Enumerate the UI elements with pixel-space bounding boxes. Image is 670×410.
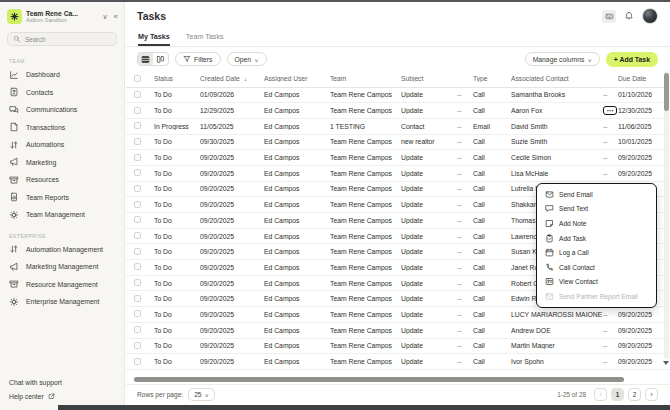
next-page-button[interactable]: › [645,388,658,401]
sidebar-collapse-icon[interactable]: « [114,12,118,21]
user-avatar[interactable] [642,8,658,24]
search-input[interactable] [25,36,105,43]
row-checkbox[interactable] [134,185,154,193]
row-checkbox[interactable] [134,91,154,99]
col-team[interactable]: Team [330,75,401,82]
row-checkbox[interactable] [134,326,154,334]
row-checkbox[interactable] [134,248,154,256]
row-checkbox[interactable] [134,122,154,130]
table-row[interactable]: To Do 09/20/2025 Ed Campos Team Rene Cam… [126,339,670,355]
menu-item-send-email[interactable]: Send Email [537,187,656,202]
sidebar-item-resources[interactable]: Resources [0,171,124,189]
scrollbar-thumb[interactable] [134,377,624,382]
table-row[interactable]: To Do 09/20/2025 Ed Campos Team Rene Cam… [126,150,670,166]
tab-team-tasks[interactable]: Team Tasks [186,30,224,46]
apps-icon [605,12,614,21]
sidebar-item-marketing[interactable]: Marketing [0,154,124,172]
sidebar-item-dashboard[interactable]: Dashboard [0,66,124,84]
note-icon [545,219,554,228]
tab-my-tasks[interactable]: My Tasks [138,30,170,46]
col-created-date[interactable]: Created Date↓ [200,75,264,82]
row-checkbox[interactable] [134,279,154,287]
sidebar-item-automation-management[interactable]: Automation Management [0,241,124,259]
row-checkbox[interactable] [134,263,154,271]
menu-item-view-contact[interactable]: View Contact [537,275,656,290]
workspace-switcher[interactable]: Team Rene Ca... Aidium Sandbox ∨ « [0,2,124,29]
sidebar-search[interactable] [7,32,117,46]
row-actions-button[interactable]: -- [603,123,618,130]
col-due-date[interactable]: Due Date [618,75,665,82]
vertical-scrollbar[interactable] [664,71,669,359]
table-row[interactable]: To Do 01/09/2026 Ed Campos Team Rene Cam… [126,88,670,104]
apps-button[interactable] [602,10,616,23]
menu-item-add-task[interactable]: Add Task [537,231,656,246]
row-checkbox[interactable] [134,358,154,366]
table-row[interactable]: To Do 09/20/2025 Ed Campos Team Rene Cam… [126,307,670,323]
scroll-down-arrow-icon[interactable] [663,361,669,365]
row-actions-button[interactable]: -- [603,342,618,349]
row-actions-button[interactable]: -- [603,91,618,98]
prev-page-button[interactable]: ‹ [594,388,607,401]
sidebar-item-communications[interactable]: Communications [0,101,124,119]
row-checkbox[interactable] [134,232,154,240]
status-filter-dropdown[interactable]: Open ∨ [227,52,267,66]
filters-button[interactable]: Filters [175,52,221,66]
chat-with-support-link[interactable]: Chat with support [9,379,115,386]
help-center-link[interactable]: Help center [9,393,115,400]
row-actions-button[interactable]: ⋯ [603,106,618,115]
col-type[interactable]: Type [473,75,511,82]
table-row[interactable]: To Do 09/30/2025 Ed Campos Team Rene Cam… [126,135,670,151]
sort-desc-icon[interactable]: ↓ [244,75,247,82]
row-actions-button[interactable]: -- [603,138,618,145]
row-actions-button[interactable]: -- [603,170,618,177]
automations-icon [9,140,19,150]
cell-created-date: 09/20/2025 [200,342,264,349]
row-checkbox[interactable] [134,201,154,209]
sidebar-item-resource-management[interactable]: Resource Management [0,276,124,294]
menu-item-call-contact[interactable]: Call Contact [537,260,656,275]
sidebar-item-enterprise-management[interactable]: Enterprise Management [0,293,124,311]
table-row[interactable]: To Do 12/29/2025 Ed Campos Team Rene Cam… [126,103,670,119]
menu-item-log-a-call[interactable]: Log a Call [537,245,656,260]
scrollbar-thumb[interactable] [664,73,669,111]
menu-item-add-note[interactable]: Add Note [537,216,656,231]
row-checkbox[interactable] [134,295,154,303]
select-all-checkbox[interactable] [134,75,154,83]
col-status[interactable]: Status [154,75,200,82]
row-checkbox[interactable] [134,342,154,350]
menu-item-send-text[interactable]: Send Text [537,202,656,217]
board-view-button[interactable] [153,53,168,65]
col-assigned-user[interactable]: Assigned User [264,75,330,82]
col-associated-contact[interactable]: Associated Contact [511,75,603,82]
row-actions-button[interactable]: -- [603,154,618,161]
row-checkbox[interactable] [134,169,154,177]
sidebar-item-contacts[interactable]: Contacts [0,84,124,102]
table-row[interactable]: To Do 09/20/2025 Ed Campos Team Rene Cam… [126,323,670,339]
sidebar-item-team-management[interactable]: Team Management [0,206,124,224]
table-view-button[interactable] [138,53,153,65]
row-actions-button[interactable]: -- [603,358,618,365]
add-task-button[interactable]: + Add Task [606,52,658,67]
col-subject[interactable]: Subject [401,75,457,82]
cell-status: To Do [154,264,200,271]
notifications-button[interactable] [624,11,634,21]
row-checkbox[interactable] [134,107,154,115]
row-checkbox[interactable] [134,154,154,162]
page-1-button[interactable]: 1 [611,388,624,401]
sidebar-item-team-reports[interactable]: Team Reports [0,189,124,207]
manage-columns-button[interactable]: Manage columns ∨ [525,52,600,66]
table-row[interactable]: To Do 09/20/2025 Ed Campos Team Rene Cam… [126,354,670,370]
row-actions-button[interactable]: -- [603,311,618,318]
sidebar-item-automations[interactable]: Automations [0,136,124,154]
table-row[interactable]: In Progress 11/05/2025 Ed Campos 1 TESTI… [126,119,670,135]
horizontal-scrollbar[interactable] [126,376,670,384]
rows-per-page-select[interactable]: 25 ∨ [188,388,215,401]
sidebar-item-transactions[interactable]: Transactions [0,119,124,137]
table-row[interactable]: To Do 09/20/2025 Ed Campos Team Rene Cam… [126,166,670,182]
row-checkbox[interactable] [134,138,154,146]
page-2-button[interactable]: 2 [628,388,641,401]
sidebar-item-marketing-management[interactable]: Marketing Management [0,258,124,276]
row-checkbox[interactable] [134,216,154,224]
row-actions-button[interactable]: -- [603,327,618,334]
row-checkbox[interactable] [134,310,154,318]
